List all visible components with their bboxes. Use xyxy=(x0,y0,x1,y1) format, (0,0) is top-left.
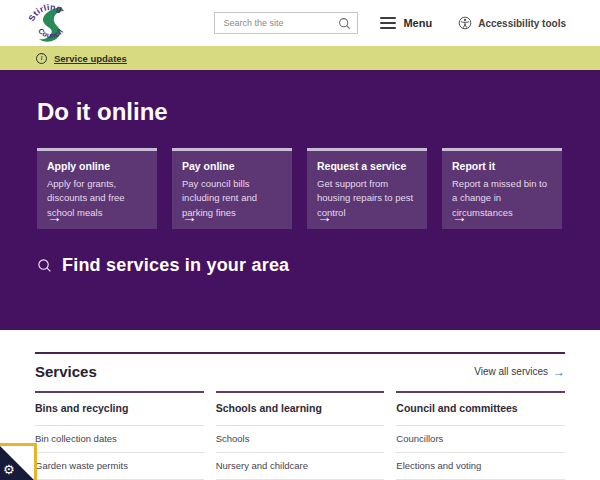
service-link[interactable]: Garden waste permits xyxy=(35,452,204,479)
accessibility-tools-button[interactable]: Accessibility tools xyxy=(458,16,566,30)
hero-title: Do it online xyxy=(37,70,563,127)
accessibility-widget-button[interactable]: ⚙ xyxy=(0,443,37,480)
council-logo-graphic: Stirling Council xyxy=(28,3,74,43)
arrow-right-icon: → xyxy=(47,209,62,224)
site-search xyxy=(214,12,358,34)
column-heading[interactable]: Bins and recycling xyxy=(35,393,204,425)
card-title: Apply online xyxy=(47,160,147,172)
card-report-it[interactable]: Report it Report a missed bin to a chang… xyxy=(442,148,562,229)
arrow-right-icon: → xyxy=(553,366,565,378)
card-description: Get support from housing repairs to pest… xyxy=(317,177,417,220)
search-icon[interactable] xyxy=(338,17,351,30)
view-all-services-link[interactable]: View all services → xyxy=(474,366,565,378)
column-bins-and-recycling: Bins and recycling Bin collection dates … xyxy=(35,391,204,480)
services-columns: Bins and recycling Bin collection dates … xyxy=(35,391,565,480)
search-icon xyxy=(37,258,52,273)
arrow-right-icon: → xyxy=(452,209,467,224)
arrow-right-icon: → xyxy=(182,209,197,224)
site-header: Stirling Council Menu Accessibility tool… xyxy=(0,0,600,46)
service-updates-banner: i Service updates xyxy=(0,46,600,70)
column-heading[interactable]: Council and committees xyxy=(396,393,565,425)
hero-section: Do it online Apply online Apply for gran… xyxy=(0,70,600,330)
service-link[interactable]: Nursery and childcare xyxy=(216,452,385,479)
card-pay-online[interactable]: Pay online Pay council bills including r… xyxy=(172,148,292,229)
column-schools-and-learning: Schools and learning Schools Nursery and… xyxy=(216,391,385,480)
service-updates-link[interactable]: Service updates xyxy=(54,53,127,64)
accessibility-label: Accessibility tools xyxy=(478,18,566,29)
info-icon: i xyxy=(36,53,47,64)
card-description: Apply for grants, discounts and free sch… xyxy=(47,177,147,220)
service-link[interactable]: Bin collection dates xyxy=(35,425,204,452)
card-title: Report it xyxy=(452,160,552,172)
accessibility-icon xyxy=(458,16,472,30)
service-link[interactable]: Councillors xyxy=(396,425,565,452)
menu-button[interactable]: Menu xyxy=(380,17,432,29)
menu-label: Menu xyxy=(403,17,432,29)
card-description: Pay council bills including rent and par… xyxy=(182,177,282,220)
services-section: Services View all services → Bins and re… xyxy=(0,352,600,480)
do-it-online-cards: Apply online Apply for grants, discounts… xyxy=(37,148,563,229)
service-link[interactable]: Schools xyxy=(216,425,385,452)
card-apply-online[interactable]: Apply online Apply for grants, discounts… xyxy=(37,148,157,229)
service-link[interactable]: Elections and voting xyxy=(396,452,565,479)
card-request-a-service[interactable]: Request a service Get support from housi… xyxy=(307,148,427,229)
search-input[interactable] xyxy=(221,17,338,29)
column-council-and-committees: Council and committees Councillors Elect… xyxy=(396,391,565,480)
arrow-right-icon: → xyxy=(317,209,332,224)
card-title: Request a service xyxy=(317,160,417,172)
hamburger-icon xyxy=(380,17,396,29)
card-title: Pay online xyxy=(182,160,282,172)
council-logo[interactable]: Stirling Council xyxy=(28,3,74,43)
section-divider xyxy=(35,352,565,354)
gear-icon: ⚙ xyxy=(3,463,15,476)
view-all-label: View all services xyxy=(474,366,548,377)
find-services-link[interactable]: Find services in your area xyxy=(37,255,563,276)
services-title: Services xyxy=(35,363,97,380)
column-heading[interactable]: Schools and learning xyxy=(216,393,385,425)
card-description: Report a missed bin to a change in circu… xyxy=(452,177,552,220)
find-services-label: Find services in your area xyxy=(62,255,289,276)
